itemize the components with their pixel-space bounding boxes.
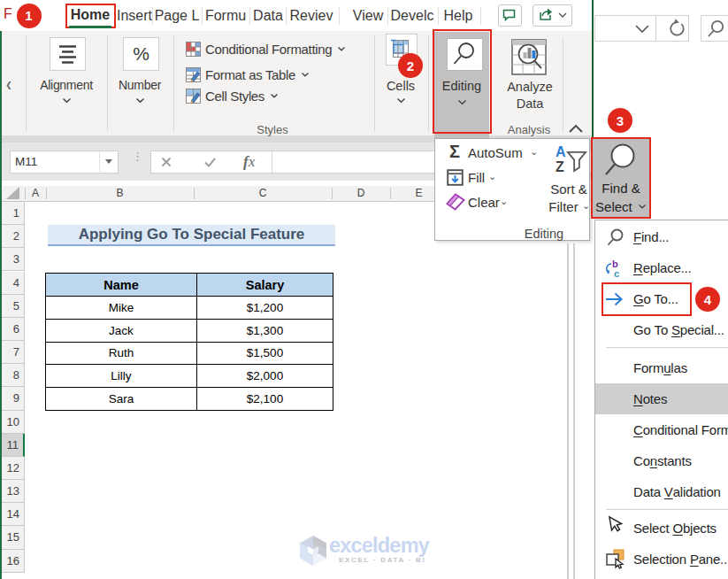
svg-text:c: c <box>614 268 619 279</box>
